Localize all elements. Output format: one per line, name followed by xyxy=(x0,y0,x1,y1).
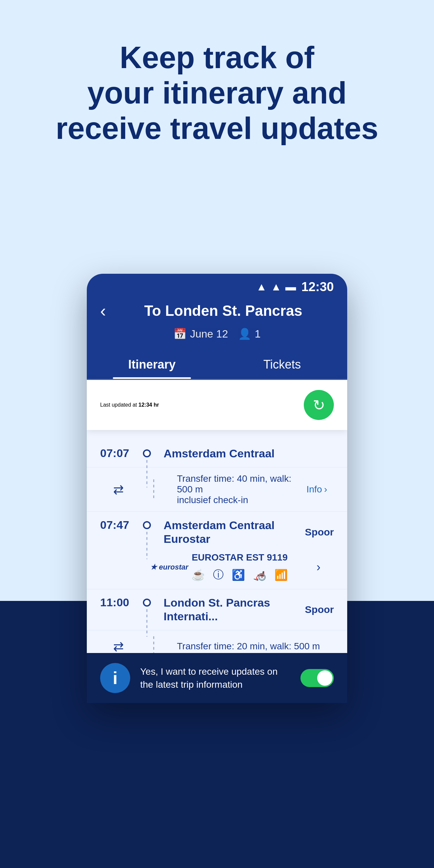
stop-london-pancras: 11:00 London St. Pancras Internati... Sp… xyxy=(87,589,347,630)
battery-icon: ▬ xyxy=(285,281,296,293)
train-row-container: ★ eurostar EUROSTAR EST 9119 ☕ ⓘ ♿ 🦽 📶 xyxy=(87,552,334,582)
train-details: ★ eurostar EUROSTAR EST 9119 ☕ ⓘ ♿ 🦽 📶 xyxy=(87,549,347,589)
trip-meta: 📅 June 12 👤 1 xyxy=(87,328,347,348)
timeline-col-2 xyxy=(137,519,157,529)
station-info-1: Amsterdam Centraal xyxy=(157,447,334,460)
station-header-1: Amsterdam Centraal xyxy=(163,447,334,460)
info-icon: ⓘ xyxy=(213,567,224,582)
info-link-1[interactable]: Info › xyxy=(307,484,327,495)
platform-badge-3: Spoor xyxy=(305,604,334,615)
info-circle-icon: i xyxy=(113,668,118,688)
timeline-line-2 xyxy=(147,532,148,559)
train-name: EUROSTAR EST 9119 xyxy=(192,552,288,563)
trip-date: 📅 June 12 xyxy=(173,328,228,340)
platform-badge-2: Spoor xyxy=(305,526,334,538)
stop-time-3: 11:00 xyxy=(100,596,137,609)
timeline-dot-3 xyxy=(143,598,151,607)
signal-icon: ▲ xyxy=(271,281,281,293)
person-icon: 👤 xyxy=(238,328,251,340)
stop-time-1: 07:07 xyxy=(100,447,137,460)
station-header-2: Amsterdam Centraal Eurostar Spoor xyxy=(163,519,334,546)
refresh-icon: ↻ xyxy=(313,397,325,414)
phone-card: ▲ ▲ ▬ 12:30 ‹ To Londen St. Pancras 📅 Ju… xyxy=(87,274,347,703)
tab-itinerary[interactable]: Itinerary xyxy=(87,348,217,379)
eurostar-logo: ★ eurostar xyxy=(150,563,188,571)
stop-amsterdam-centraal: 07:07 Amsterdam Centraal xyxy=(87,440,347,467)
wheelchair-icon: ♿ xyxy=(232,568,245,581)
trip-passengers: 👤 1 xyxy=(238,328,261,340)
tab-tickets[interactable]: Tickets xyxy=(217,348,347,379)
bottom-bar: i Yes, I want to receive updates on the … xyxy=(87,653,347,703)
station-name-2: Amsterdam Centraal Eurostar xyxy=(163,519,302,546)
transfer-icon-area-1: ⇄ xyxy=(100,482,137,497)
timeline-col-3 xyxy=(137,596,157,607)
status-bar: ▲ ▲ ▬ 12:30 xyxy=(87,274,347,298)
coffee-icon: ☕ xyxy=(192,568,205,581)
timeline-dot-2 xyxy=(143,521,151,529)
wifi-icon: ▲ xyxy=(256,281,267,293)
tab-bar: Itinerary Tickets xyxy=(87,348,347,380)
timeline-dot-1 xyxy=(143,450,151,457)
timeline-line-1 xyxy=(147,460,148,488)
chevron-right-icon-1: › xyxy=(324,484,327,495)
transfer-text-1: Transfer time: 40 min, walk: 500 minclus… xyxy=(170,473,300,505)
update-text: Last updated at 12:34 hr xyxy=(100,402,159,408)
refresh-button[interactable]: ↻ xyxy=(304,390,334,420)
station-info-3: London St. Pancras Internati... Spoor xyxy=(157,596,334,623)
assistance-icon: 🦽 xyxy=(253,568,267,581)
transfer-dashed-1 xyxy=(153,479,154,499)
nav-title: To Londen St. Pancras xyxy=(113,303,334,319)
station-header-3: London St. Pancras Internati... Spoor xyxy=(163,596,334,623)
hero-section: Keep track of your itinerary and receive… xyxy=(0,0,434,173)
calendar-icon: 📅 xyxy=(173,328,187,340)
status-time: 12:30 xyxy=(302,280,334,294)
shuffle-icon-2: ⇄ xyxy=(113,639,124,654)
timeline-line-3 xyxy=(147,609,148,637)
train-info: ★ eurostar EUROSTAR EST 9119 ☕ ⓘ ♿ 🦽 📶 xyxy=(87,552,288,582)
station-info-2: Amsterdam Centraal Eurostar Spoor xyxy=(157,519,334,546)
transfer-row-1: ⇄ Transfer time: 40 min, walk: 500 mincl… xyxy=(87,467,347,512)
phone-mockup: ▲ ▲ ▬ 12:30 ‹ To Londen St. Pancras 📅 Ju… xyxy=(87,274,347,703)
bottom-message: Yes, I want to receive updates on the la… xyxy=(140,665,290,691)
train-amenities: ☕ ⓘ ♿ 🦽 📶 xyxy=(192,567,288,582)
transfer-icon-area-2: ⇄ xyxy=(100,639,137,654)
back-button[interactable]: ‹ xyxy=(100,301,106,321)
info-circle: i xyxy=(100,663,130,693)
station-name-3: London St. Pancras Internati... xyxy=(163,596,302,623)
notifications-toggle[interactable] xyxy=(301,669,334,687)
shuffle-icon-1: ⇄ xyxy=(113,482,124,497)
nav-bar: ‹ To Londen St. Pancras xyxy=(87,298,347,328)
station-name-1: Amsterdam Centraal xyxy=(163,447,275,460)
train-detail-chevron[interactable]: › xyxy=(316,560,320,574)
stop-time-2: 07:47 xyxy=(100,519,137,531)
hero-title: Keep track of your itinerary and receive… xyxy=(27,40,407,146)
update-banner: Last updated at 12:34 hr ↻ xyxy=(87,380,347,430)
update-time: 12:34 hr xyxy=(138,402,159,408)
timeline-col-1 xyxy=(137,447,157,457)
stop-amsterdam-eurostar: 07:47 Amsterdam Centraal Eurostar Spoor xyxy=(87,512,347,549)
wifi-train-icon: 📶 xyxy=(274,568,288,581)
train-details-inner: EUROSTAR EST 9119 ☕ ⓘ ♿ 🦽 📶 xyxy=(192,552,288,582)
toggle-knob xyxy=(317,670,333,686)
status-icons: ▲ ▲ ▬ xyxy=(256,281,296,293)
transfer-text-2: Transfer time: 20 min, walk: 500 m xyxy=(170,641,334,652)
